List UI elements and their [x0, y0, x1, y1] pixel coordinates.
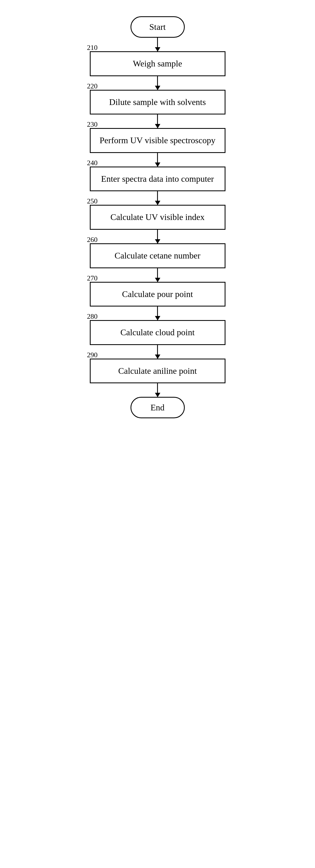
arrow-2: [157, 115, 158, 128]
step-240-node: Enter spectra data into computer: [90, 166, 225, 191]
arrow-6: [157, 268, 158, 282]
step-290-wrapper: 290 Calculate aniline point: [90, 359, 225, 383]
step-290-label: 290: [87, 351, 98, 359]
step-220-node: Dilute sample with solvents: [90, 90, 225, 115]
step-220-wrapper: 220 Dilute sample with solvents: [90, 90, 225, 115]
step-280-wrapper: 280 Calculate cloud point: [90, 320, 225, 345]
step-240-wrapper: 240 Enter spectra data into computer: [90, 166, 225, 191]
step-290-node: Calculate aniline point: [90, 359, 225, 383]
step-210-wrapper: 210 Weigh sample: [90, 51, 225, 76]
start-label: Start: [149, 22, 165, 32]
step-240-label: 240: [87, 159, 98, 167]
step-230-wrapper: 230 Perform UV visible spectroscopy: [90, 128, 225, 153]
arrow-7: [157, 307, 158, 320]
arrow-9: [157, 383, 158, 397]
end-label: End: [151, 403, 165, 412]
flowchart: Start 210 Weigh sample 220 Dilute sample…: [90, 16, 225, 852]
step-270-wrapper: 270 Calculate pour point: [90, 282, 225, 307]
step-250-label: 250: [87, 197, 98, 205]
arrow-1: [157, 76, 158, 90]
arrow-5: [157, 230, 158, 243]
arrow-4: [157, 191, 158, 205]
step-280-node: Calculate cloud point: [90, 320, 225, 345]
step-270-label: 270: [87, 274, 98, 282]
step-230-node: Perform UV visible spectroscopy: [90, 128, 225, 153]
step-210-node: Weigh sample: [90, 51, 225, 76]
step-250-node: Calculate UV visible index: [90, 205, 225, 230]
flowchart-container: Start 210 Weigh sample 220 Dilute sample…: [0, 0, 315, 868]
step-250-wrapper: 250 Calculate UV visible index: [90, 205, 225, 230]
step-230-label: 230: [87, 120, 98, 129]
arrow-8: [157, 345, 158, 359]
arrow-3: [157, 153, 158, 166]
step-260-node: Calculate cetane number: [90, 243, 225, 268]
step-260-label: 260: [87, 236, 98, 244]
step-270-node: Calculate pour point: [90, 282, 225, 307]
arrow-0: [157, 38, 158, 51]
step-260-wrapper: 260 Calculate cetane number: [90, 243, 225, 268]
step-210-label: 210: [87, 44, 98, 52]
step-220-label: 220: [87, 82, 98, 90]
end-terminal: End: [130, 397, 185, 418]
start-terminal: Start: [130, 16, 185, 38]
step-280-label: 280: [87, 312, 98, 321]
